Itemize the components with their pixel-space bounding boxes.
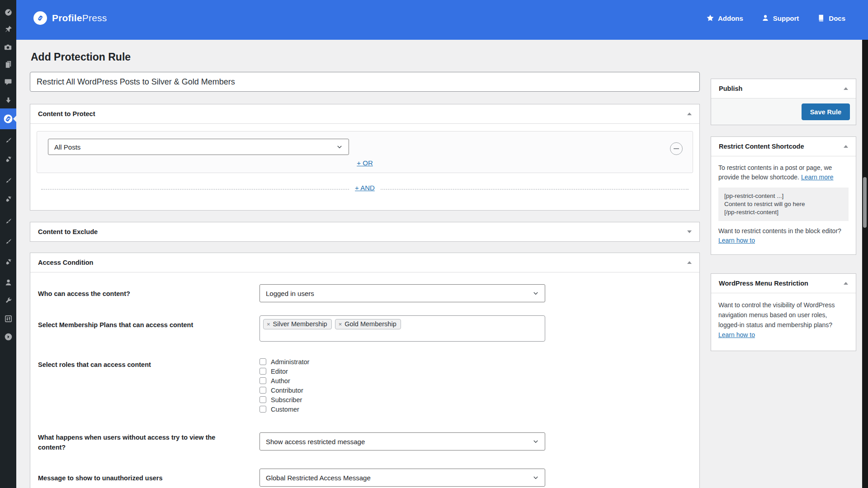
top-nav: Addons Support Docs [706,14,845,22]
collapse-up-icon[interactable] [844,145,848,148]
role-customer-checkbox[interactable] [259,406,266,413]
roles-label: Select roles that can access content [38,357,259,370]
remove-tag-icon[interactable]: × [267,321,270,328]
learn-how-to-link[interactable]: Learn how to [718,237,755,244]
no-access-behavior-select[interactable]: Show access restricted message [259,432,545,450]
dashboard-icon[interactable] [0,7,16,17]
role-author: Author [259,376,545,385]
content-to-exclude-header[interactable]: Content to Exclude [30,222,699,241]
collapse-up-icon[interactable] [844,87,848,90]
profilepress-admin-page: ProfilePress Addons Support Docs Add Pro… [0,0,868,488]
collapse-down-icon[interactable] [687,230,692,233]
chevron-down-icon [533,474,539,481]
rule-name-input[interactable] [30,72,700,92]
learn-more-link[interactable]: Learn more [801,174,834,181]
collapse-arrow-icon[interactable] [0,332,16,342]
shortcode-code-block: [pp-restrict-content ...] Content to res… [718,188,849,221]
content-to-protect-panel: Content to Protect All Posts + OR + AND [30,104,700,211]
plug-icon[interactable] [0,155,16,164]
posts-pin-icon[interactable] [0,24,16,34]
page-scrollbar [862,40,868,488]
role-administrator: Administrator [259,357,545,366]
unauthorized-message-select[interactable]: Global Restricted Access Message [259,469,545,487]
restrict-shortcode-panel: Restrict Content Shortcode To restrict c… [711,136,856,255]
role-contributor-checkbox[interactable] [259,387,266,394]
content-to-protect-header[interactable]: Content to Protect [30,104,699,123]
users-icon[interactable] [0,277,16,287]
tools-wrench-icon[interactable] [0,296,16,305]
role-subscriber: Subscriber [259,395,545,404]
unauthorized-message-label: Message to show to unauthorized users [38,469,259,483]
shortcode-outro-text: Want to restrict contents in the block e… [718,227,841,235]
add-or-link[interactable]: + OR [357,159,373,167]
brush-icon[interactable] [0,176,16,186]
profilepress-logo: ProfilePress [33,11,107,25]
collapse-up-icon[interactable] [687,113,692,115]
role-contributor: Contributor [259,385,545,395]
scrollbar-thumb[interactable] [863,177,867,228]
comments-icon[interactable] [0,77,16,87]
plan-tag-silver: × Silver Membership [263,319,332,329]
collapse-up-icon[interactable] [687,261,692,264]
restrict-shortcode-header[interactable]: Restrict Content Shortcode [711,137,856,156]
person-icon [761,14,769,22]
role-administrator-checkbox[interactable] [259,358,266,365]
role-author-checkbox[interactable] [259,377,266,384]
content-to-protect-body: All Posts + OR + AND [30,123,699,210]
no-access-behavior-label: What happens when users without access t… [38,432,259,452]
who-can-access-row: Who can access the content? Logged in us… [38,284,692,302]
plug-icon[interactable] [0,257,16,267]
unauthorized-message-row: Message to show to unauthorized users Gl… [38,469,692,487]
remove-tag-icon[interactable]: × [339,321,342,328]
settings-sliders-icon[interactable] [0,314,16,324]
membership-plans-row: Select Membership Plans that can access … [38,315,692,342]
and-divider: + AND [37,184,693,194]
nav-support[interactable]: Support [761,14,799,22]
chevron-down-icon [336,144,343,150]
no-access-behavior-row: What happens when users without access t… [38,432,692,452]
roles-checkbox-list: Administrator Editor Author Contrib [259,357,545,414]
nav-docs[interactable]: Docs [817,14,845,22]
collapse-up-icon[interactable] [844,282,848,285]
membership-plans-multiselect[interactable]: × Silver Membership × Gold Membership [259,315,545,342]
brush-icon[interactable] [0,216,16,226]
publish-header[interactable]: Publish [711,79,856,98]
access-condition-header[interactable]: Access Condition [30,253,699,272]
menu-restriction-body: Want to control the visibility of WordPr… [711,293,856,351]
content-to-exclude-panel: Content to Exclude [30,222,700,242]
wp-admin-sidebar [0,0,16,488]
membership-plans-label: Select Membership Plans that can access … [38,315,259,330]
chevron-down-icon [533,290,539,296]
restrict-shortcode-body: To restrict contents in a post or page, … [711,156,856,254]
post-type-select[interactable]: All Posts [48,139,349,155]
brush-icon[interactable] [0,237,16,247]
nav-addons[interactable]: Addons [706,14,743,22]
save-rule-button[interactable]: Save Rule [802,103,850,120]
menu-restriction-header[interactable]: WordPress Menu Restriction [711,274,856,293]
plan-tag-gold: × Gold Membership [335,319,401,329]
learn-how-to-link[interactable]: Learn how to [718,331,755,338]
plug-icon[interactable] [0,194,16,204]
access-condition-panel: Access Condition Who can access the cont… [30,253,700,488]
menu-restriction-panel: WordPress Menu Restriction Want to contr… [711,273,856,351]
page-title: Add Protection Rule [31,51,700,63]
brand-name: ProfilePress [52,13,107,23]
role-subscriber-checkbox[interactable] [259,396,266,403]
download-icon[interactable] [0,95,16,105]
media-icon[interactable] [0,42,16,52]
publish-body: Save Rule [711,98,856,125]
main-content: Add Protection Rule Content to Protect A… [30,40,700,488]
pages-icon[interactable] [0,59,16,69]
publish-panel: Publish Save Rule [711,79,856,125]
chevron-down-icon [533,438,539,445]
who-can-access-select[interactable]: Logged in users [259,284,545,302]
role-editor-checkbox[interactable] [259,368,266,375]
who-can-access-label: Who can access the content? [38,284,259,299]
brush-icon[interactable] [0,136,16,145]
remove-condition-button[interactable] [670,142,683,155]
profilepress-icon-active[interactable] [0,108,16,129]
protect-condition-group: All Posts + OR [37,131,693,173]
add-and-link[interactable]: + AND [349,184,380,192]
profilepress-logo-icon [33,11,47,25]
star-icon [706,14,714,22]
